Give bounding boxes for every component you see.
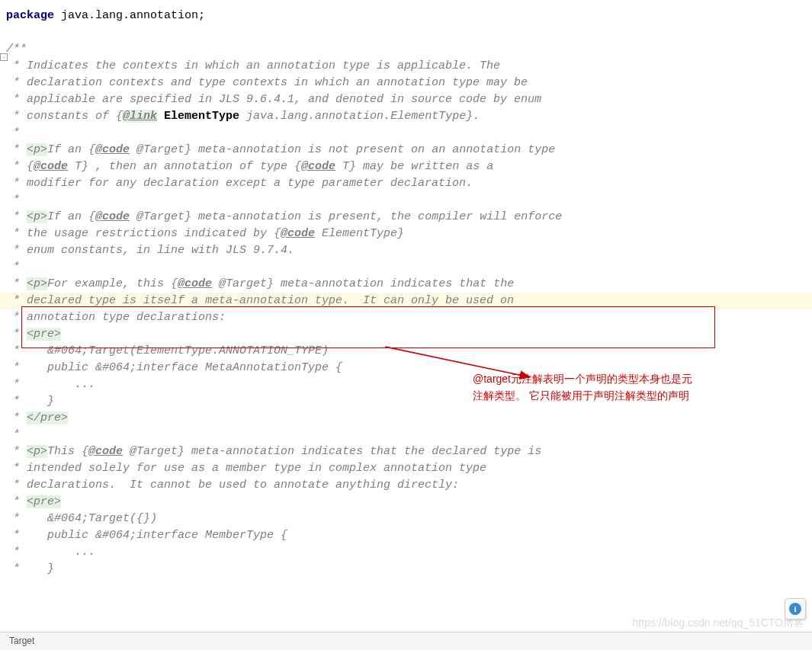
pre-close-tag: </pre> — [27, 411, 68, 424]
javadoc-line: * <p>For example, this {@code @Target} m… — [0, 276, 812, 293]
javadoc-line: * annotation type declarations: — [0, 309, 812, 326]
info-icon: i — [789, 603, 801, 615]
javadoc-line: * <p>This {@code @Target} meta-annotatio… — [0, 443, 812, 460]
package-path: java.lang.annotation; — [54, 9, 205, 22]
code-tag: @code — [178, 277, 212, 290]
javadoc-line: * the usage restrictions indicated by {@… — [0, 226, 812, 242]
blank-line — [0, 24, 812, 41]
javadoc-line: * intended solely for use as a member ty… — [0, 460, 812, 477]
code-tag: @code — [95, 143, 130, 156]
javadoc-line: * applicable are specified in JLS 9.6.4.… — [0, 91, 812, 108]
javadoc-line: * } — [0, 561, 812, 578]
p-tag: <p> — [27, 210, 47, 223]
javadoc-line: * {@code T} , then an annotation of type… — [0, 158, 812, 175]
javadoc-line: * <p>If an {@code @Target} meta-annotati… — [0, 142, 812, 158]
annotation-line2: 注解类型。 它只能被用于声明注解类型的声明 — [473, 387, 808, 404]
javadoc-line: * &#064;Target({}) — [0, 511, 812, 527]
type-ref: ElementType — [164, 110, 239, 123]
javadoc-line-highlighted: * declared type is itself a meta-annotat… — [0, 293, 812, 309]
javadoc-line: * constants of {@link ElementType java.l… — [0, 108, 812, 125]
annotation-callout: @target元注解表明一个声明的类型本身也是元 注解类型。 它只能被用于声明注… — [473, 370, 808, 404]
javadoc-open: /** — [0, 41, 812, 58]
annotation-line1: @target元注解表明一个声明的类型本身也是元 — [473, 370, 808, 387]
status-bar: Target — [0, 632, 812, 650]
javadoc-line: * &#064;Target(ElementType.ANNOTATION_TY… — [0, 343, 812, 360]
javadoc-line: * ... — [0, 544, 812, 561]
pre-tag: <pre> — [27, 328, 61, 341]
javadoc-line: * — [0, 259, 812, 276]
fold-toggle[interactable]: - — [0, 53, 8, 61]
code-tag: @code — [301, 160, 335, 173]
javadoc-line: * public &#064;interface MemberType { — [0, 527, 812, 544]
status-class-name: Target — [9, 636, 34, 646]
javadoc-line: * enum constants, in line with JLS 9.7.4… — [0, 242, 812, 259]
javadoc-line: * — [0, 192, 812, 209]
javadoc-line: * Indicates the contexts in which an ann… — [0, 58, 812, 75]
code-tag: @code — [281, 227, 315, 240]
javadoc-line: * declaration contexts and type contexts… — [0, 75, 812, 91]
code-tag: @code — [95, 210, 130, 223]
p-tag: <p> — [27, 143, 47, 156]
javadoc-line: * — [0, 427, 812, 443]
p-tag: <p> — [27, 277, 47, 290]
javadoc-line: * — [0, 125, 812, 142]
javadoc-line: * modifier for any declaration except a … — [0, 175, 812, 192]
code-tag: @code — [88, 445, 123, 458]
link-tag: @link — [123, 110, 157, 123]
javadoc-line: * declarations. It cannot be used to ann… — [0, 477, 812, 494]
pre-tag: <pre> — [27, 495, 61, 508]
code-editor[interactable]: package java.lang.annotation; - /** * In… — [0, 0, 812, 578]
javadoc-line: * <pre> — [0, 326, 812, 343]
javadoc-line: * <pre> — [0, 494, 812, 511]
keyword-package: package — [6, 9, 54, 22]
package-declaration: package java.lang.annotation; — [0, 8, 812, 24]
javadoc-line: * <p>If an {@code @Target} meta-annotati… — [0, 209, 812, 226]
watermark-text: https://blog.csdn.net/qq_51CTO博客 — [633, 616, 804, 630]
p-tag: <p> — [27, 445, 47, 458]
javadoc-line: * </pre> — [0, 410, 812, 427]
code-tag: @code — [34, 160, 68, 173]
info-button[interactable]: i — [785, 598, 806, 620]
